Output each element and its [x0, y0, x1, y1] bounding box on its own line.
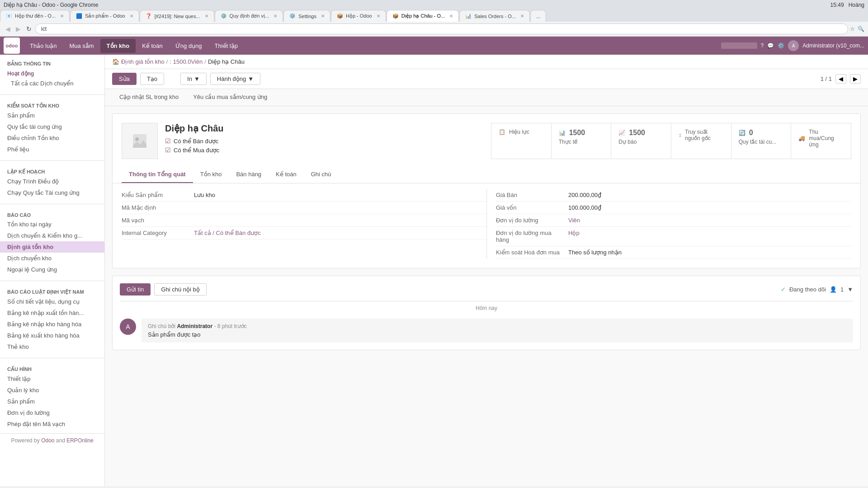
sidebar-item-dieu-chinh[interactable]: Điều chỉnh Tồn kho [0, 132, 104, 144]
followers-dropdown-icon[interactable]: ▼ [847, 286, 853, 293]
sidebar-item-bang-ke-nhap-xuat[interactable]: Bảng kê nhập xuất tồn hàn... [0, 307, 104, 319]
breadcrumb-link-1[interactable]: Định giá tồn kho [121, 58, 165, 65]
odoo-logo[interactable]: odoo [4, 38, 20, 54]
stat-box-hieu-luc[interactable]: 📋 Hiệu lực [491, 123, 552, 159]
stat-box-thu-mua[interactable]: 🚚 Thu mua/Cung ứng [791, 123, 851, 159]
sidebar-item-quan-ly-kho[interactable]: Quản lý kho [0, 385, 104, 396]
send-button[interactable]: Gửi tin [120, 283, 151, 296]
odoo-app: odoo Thảo luận Mua sắm Tồn kho Kế toán Ứ… [0, 37, 868, 486]
sidebar-item-the-kho[interactable]: Thẻ kho [0, 341, 104, 352]
edit-button[interactable]: Sửa [112, 73, 137, 85]
menu-thao-luan[interactable]: Thảo luận [24, 39, 63, 53]
tab-6-close[interactable]: ✕ [377, 14, 380, 19]
back-button[interactable]: ◀ [4, 23, 12, 34]
sidebar-item-bang-ke-xuat-kho[interactable]: Bảng kê xuất kho hàng hóa [0, 330, 104, 341]
stat-box-truy-suat[interactable]: ↕ Truy suất nguồn gốc [671, 123, 731, 159]
tab-ghi-chu[interactable]: Ghi chú [304, 166, 339, 183]
stat-box-quy-tac[interactable]: 🔄 0 Quy tắc tái cu... [731, 123, 792, 159]
next-record-button[interactable]: ▶ [850, 74, 861, 84]
address-bar[interactable]: ict [35, 23, 848, 34]
sidebar-item-ton-kho-ngay[interactable]: Tồn kho tại ngày [0, 219, 104, 230]
sidebar-divider-5 [0, 358, 104, 358]
tab-4-close[interactable]: ✕ [274, 14, 277, 19]
prev-record-button[interactable]: ◀ [835, 74, 846, 84]
tab-ton-kho[interactable]: Tồn kho [193, 166, 229, 183]
tab-cap-nhat[interactable]: Cập nhật SL trong kho [112, 89, 186, 106]
menu-thiet-lap[interactable]: Thiết lập [208, 39, 244, 53]
menu-ung-dung[interactable]: Ứng dụng [169, 39, 208, 53]
sidebar-item-so-chi-tiet[interactable]: Số chi tiết vật liệu, dụng cụ [0, 296, 104, 307]
sidebar-item-dich-chuyen-kho[interactable]: Dịch chuyển kho [0, 253, 104, 264]
forward-button[interactable]: ▶ [14, 23, 23, 34]
stat-box-thuc-te[interactable]: 📊 1500 Thực tế [552, 123, 612, 159]
tab-2-close[interactable]: ✕ [130, 14, 133, 19]
settings-icon[interactable]: ⚙️ [778, 42, 784, 49]
value-don-vi-luong[interactable]: Viên [568, 217, 580, 224]
sidebar-item-tat-ca-dich-chuyen[interactable]: Tất cả các Dịch chuyển [0, 78, 104, 89]
and-label: and [56, 437, 65, 444]
internal-note-button[interactable]: Ghi chú nội bộ [154, 283, 206, 296]
create-button[interactable]: Tạo [140, 73, 164, 85]
value-don-vi-luong-mua[interactable]: Hộp [568, 230, 580, 236]
tab-1-close[interactable]: ✕ [60, 14, 64, 19]
chat-icon[interactable]: 💬 [767, 42, 774, 49]
browser-tab-9[interactable]: ... [530, 10, 546, 22]
sidebar-hoat-dong[interactable]: Hoạt động [0, 68, 104, 78]
sidebar-item-san-pham[interactable]: Sản phẩm [0, 110, 104, 121]
odoo-link[interactable]: Odoo [41, 437, 54, 444]
sidebar-item-thiet-lap[interactable]: Thiết lập [0, 373, 104, 385]
sidebar-item-dich-chuyen-kiem[interactable]: Dịch chuyển & Kiểm kho g... [0, 230, 104, 241]
browser-tab-5[interactable]: ⚙️ Settings ✕ [283, 10, 330, 22]
menu-mua-sam[interactable]: Mua sắm [63, 39, 100, 53]
tab-7-close[interactable]: ✕ [449, 14, 453, 19]
bookmark-icon[interactable]: ☆ [850, 26, 855, 32]
tab-tong-quat[interactable]: Thông tin Tổng quát [122, 166, 193, 183]
tab-8-close[interactable]: ✕ [520, 14, 524, 19]
tab-ke-toan[interactable]: Kế toán [269, 166, 304, 183]
help-icon[interactable]: ? [761, 42, 764, 49]
menu-ke-toan[interactable]: Kế toán [136, 39, 169, 53]
breadcrumb-link-2[interactable]: : 1500.0Viên [170, 58, 203, 65]
sidebar-divider-4 [0, 281, 104, 281]
value-internal-category[interactable]: Tất cả / Có thể Bán được [194, 230, 261, 236]
sidebar-item-quy-tac-tai[interactable]: Quy tắc tái cung ứng [0, 121, 104, 132]
sidebar-item-chay-trinh[interactable]: Chạy Trình Điều độ [0, 176, 104, 187]
search-icon[interactable]: 🔍 [858, 26, 864, 32]
reload-button[interactable]: ↻ [24, 23, 33, 34]
action-button[interactable]: Hành động ▼ [210, 73, 260, 85]
tab-yeu-cau[interactable]: Yêu cầu mua sắm/cung ứng [186, 89, 274, 106]
print-button[interactable]: In ▼ [180, 73, 207, 85]
sidebar-item-bang-ke-nhap-kho[interactable]: Bảng kê nhập kho hàng hóa [0, 319, 104, 330]
menu-ton-kho[interactable]: Tồn kho [100, 39, 136, 53]
print-dropdown-icon: ▼ [194, 75, 200, 82]
user-avatar[interactable]: A [788, 40, 799, 51]
sidebar-section-title-4: Báo cáo [0, 210, 104, 219]
browser-tab-1[interactable]: 📧 Hộp thư đến - O... ✕ [0, 10, 70, 22]
breadcrumb-sep-1: / [166, 58, 168, 65]
sidebar-item-dinh-gia[interactable]: Định giá tồn kho [0, 241, 104, 253]
print-label: In [187, 75, 192, 82]
field-kieu-san-pham: Kiểu Sản phẩm Lưu kho [122, 189, 486, 202]
browser-tab-7[interactable]: 📦 Diệp hạ Châu - O... ✕ [387, 10, 459, 22]
tab-7-label: Diệp hạ Châu - O... [401, 13, 445, 19]
sidebar-item-san-pham-cfg[interactable]: Sản phẩm [0, 396, 104, 407]
sidebar-item-phep-dat-ten[interactable]: Phép đặt tên Mã vạch [0, 418, 104, 430]
browser-tab-2[interactable]: 🟦 Sản phẩm - Odoo ✕ [70, 10, 139, 22]
erp-link[interactable]: ERPOnline [66, 437, 93, 444]
sidebar-item-don-vi-do-luong[interactable]: Đơn vị đo lường [0, 407, 104, 418]
browser-tab-6[interactable]: 📦 Hộp - Odoo ✕ [331, 10, 386, 22]
sidebar-item-phe-lieu[interactable]: Phế liệu [0, 144, 104, 155]
browser-tab-3[interactable]: ❓ [#2419]: New ques... ✕ [140, 10, 214, 22]
tab-ban-hang[interactable]: Bán hàng [229, 166, 269, 183]
tab-3-close[interactable]: ✕ [205, 14, 208, 19]
browser-tab-8[interactable]: 📊 Sales Orders - O... ✕ [459, 10, 530, 22]
followers-icon: 👤 [830, 286, 837, 293]
browser-tab-4[interactable]: ⚙️ Quy định đơn vị... ✕ [215, 10, 283, 22]
tab-5-close[interactable]: ✕ [321, 14, 325, 19]
field-gia-ban: Giá Bán 200.000,00₫ [496, 189, 851, 202]
chat-bubble-text: Sản phẩm được tạo [148, 331, 847, 338]
sidebar-item-ngoai-le[interactable]: Ngoại lệ Cung ứng [0, 264, 104, 275]
sidebar-item-chay-quy-tac[interactable]: Chạy Quy tắc Tái cung ứng [0, 187, 104, 198]
stat-box-du-bao[interactable]: 📈 1500 Dự báo [611, 123, 671, 159]
value-kiem-soat-hoa-don: Theo số lượng nhận [568, 249, 622, 256]
